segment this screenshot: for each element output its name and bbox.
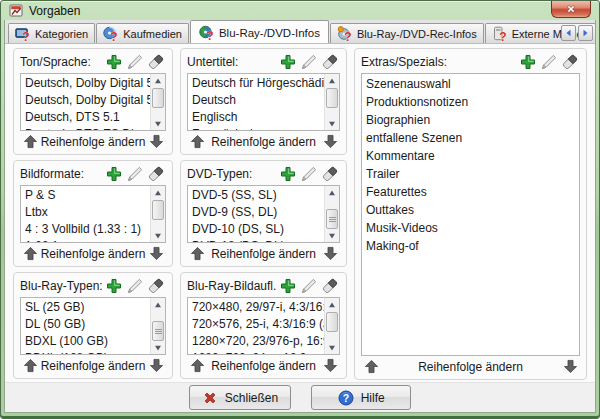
list-item[interactable]: entfallene Szenen — [366, 129, 579, 147]
list-item[interactable]: Musik-Videos — [366, 219, 579, 237]
delete-button[interactable] — [559, 53, 580, 72]
scroll-track[interactable] — [325, 87, 339, 117]
scroll-thumb[interactable] — [152, 88, 164, 108]
delete-button[interactable] — [319, 165, 340, 184]
delete-button[interactable] — [319, 53, 340, 72]
tab-kategorien[interactable]: Kategorien — [8, 23, 95, 43]
window-close-button[interactable] — [551, 1, 591, 18]
list-item[interactable]: 1280×720, 24-p, 16:9 — [192, 350, 324, 354]
list-item[interactable]: Englisch — [192, 109, 324, 126]
scroll-track[interactable] — [325, 199, 339, 229]
list-scrollbar[interactable] — [150, 74, 165, 130]
list-item[interactable]: 720×480, 29/97-i, 4:3/16:9 (... — [192, 299, 324, 316]
list-item[interactable]: BDXL (128 GB) — [25, 350, 150, 354]
move-up-button[interactable] — [20, 358, 40, 373]
edit-button[interactable] — [124, 165, 145, 184]
tab-scroll-left-button[interactable] — [561, 25, 576, 41]
tab-bluray-dvd-infos[interactable]: Blu-Ray-/DVD-Infos — [190, 20, 329, 44]
add-button[interactable] — [277, 165, 298, 184]
add-button[interactable] — [103, 277, 124, 296]
scroll-down-button[interactable] — [151, 229, 165, 242]
move-up-button[interactable] — [20, 246, 40, 261]
titlebar[interactable]: Vorgaben — [1, 1, 599, 20]
list-item[interactable]: Deutsch — [192, 92, 324, 109]
add-button[interactable] — [103, 53, 124, 72]
scroll-thumb[interactable] — [326, 312, 338, 332]
list-item[interactable]: Französisch — [192, 126, 324, 130]
edit-button[interactable] — [298, 277, 319, 296]
scroll-up-button[interactable] — [151, 186, 165, 199]
tab-bluray-dvd-rec-infos[interactable]: Blu-Ray-/DVD-Rec-Infos — [330, 23, 484, 43]
edit-button[interactable] — [538, 53, 559, 72]
tab-scroll-right-button[interactable] — [578, 25, 593, 41]
move-up-button[interactable] — [187, 246, 207, 261]
list-item[interactable]: Making-of — [366, 237, 579, 255]
list-item[interactable]: Kommentare — [366, 147, 579, 165]
list-item[interactable]: Deutsch für Hörgeschädigte — [192, 75, 324, 92]
move-down-button[interactable] — [320, 246, 340, 261]
scroll-up-button[interactable] — [325, 186, 339, 199]
list-item[interactable]: Deutsch, Dolby Digital 5.1 — [25, 75, 150, 92]
scroll-track[interactable] — [325, 311, 339, 341]
delete-button[interactable] — [319, 277, 340, 296]
move-up-button[interactable] — [20, 134, 40, 149]
tab-kaufmedien[interactable]: Kaufmedien — [96, 23, 189, 43]
delete-button[interactable] — [145, 53, 166, 72]
edit-button[interactable] — [124, 277, 145, 296]
scroll-track[interactable] — [151, 199, 165, 229]
scroll-down-button[interactable] — [325, 117, 339, 130]
edit-button[interactable] — [124, 53, 145, 72]
scroll-down-button[interactable] — [151, 117, 165, 130]
scroll-up-button[interactable] — [151, 298, 165, 311]
add-button[interactable] — [277, 53, 298, 72]
delete-button[interactable] — [145, 165, 166, 184]
list-item[interactable]: BDXL (100 GB) — [25, 333, 150, 350]
help-button[interactable]: Hilfe — [311, 385, 411, 410]
list-item[interactable]: 720×576, 25-i, 4:3/16:9 (ana... — [192, 316, 324, 333]
add-button[interactable] — [277, 277, 298, 296]
move-down-button[interactable] — [320, 358, 340, 373]
list-item[interactable]: Biographien — [366, 111, 579, 129]
list-item[interactable]: Outtakes — [366, 201, 579, 219]
list-item[interactable]: Featurettes — [366, 183, 579, 201]
scroll-up-button[interactable] — [325, 298, 339, 311]
list-item[interactable]: Ltbx — [25, 204, 150, 221]
list-item[interactable]: 1280×720, 23/976-p, 16:9 — [192, 333, 324, 350]
list-item[interactable]: DVD-18 (DS, DL) — [192, 238, 324, 242]
move-down-button[interactable] — [146, 358, 166, 373]
move-up-button[interactable] — [361, 359, 381, 374]
list-item[interactable]: Szenenauswahl — [366, 75, 579, 93]
edit-button[interactable] — [298, 53, 319, 72]
scroll-down-button[interactable] — [151, 341, 165, 354]
move-down-button[interactable] — [560, 359, 580, 374]
scroll-thumb[interactable] — [326, 88, 338, 108]
list-item[interactable]: SL (25 GB) — [25, 299, 150, 316]
add-button[interactable] — [103, 165, 124, 184]
list-item[interactable]: DVD-5 (SS, SL) — [192, 187, 324, 204]
list-item[interactable]: 4 : 3 Vollbild (1.33 : 1) — [25, 221, 150, 238]
move-down-button[interactable] — [320, 134, 340, 149]
move-down-button[interactable] — [146, 134, 166, 149]
list-item[interactable]: Deutsch, DTS 5.1 — [25, 109, 150, 126]
list-scrollbar[interactable] — [150, 298, 165, 354]
scroll-track[interactable] — [151, 311, 165, 341]
list-item[interactable]: P & S — [25, 187, 150, 204]
list-item[interactable]: DL (50 GB) — [25, 316, 150, 333]
scroll-track[interactable] — [151, 87, 165, 117]
add-button[interactable] — [517, 53, 538, 72]
list-item[interactable]: Deutsch, Dolby Digital 5.1 S... — [25, 92, 150, 109]
edit-button[interactable] — [298, 165, 319, 184]
scroll-down-button[interactable] — [325, 229, 339, 242]
list-scrollbar[interactable] — [324, 298, 339, 354]
close-button[interactable]: Schließen — [189, 385, 291, 410]
move-up-button[interactable] — [187, 134, 207, 149]
move-up-button[interactable] — [187, 358, 207, 373]
list-item[interactable]: Deutsch, DTS ES Discrete... — [25, 126, 150, 130]
scroll-thumb[interactable] — [152, 200, 164, 220]
move-down-button[interactable] — [146, 246, 166, 261]
delete-button[interactable] — [145, 277, 166, 296]
scroll-up-button[interactable] — [325, 74, 339, 87]
list-item[interactable]: 1.66:1 — [25, 238, 150, 242]
list-item[interactable]: Trailer — [366, 165, 579, 183]
scroll-thumb[interactable] — [152, 321, 164, 341]
